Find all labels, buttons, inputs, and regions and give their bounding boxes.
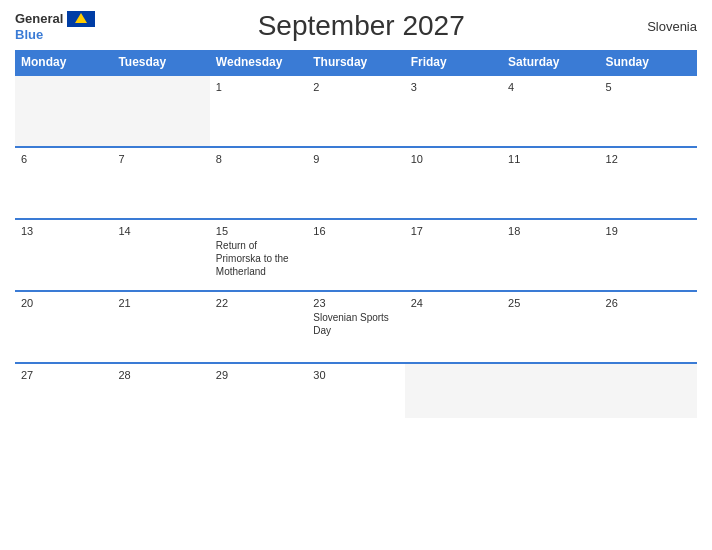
- day-number: 14: [118, 225, 203, 237]
- event-text: Slovenian Sports Day: [313, 312, 389, 336]
- calendar-cell: 1: [210, 75, 307, 147]
- day-number: 26: [606, 297, 691, 309]
- day-number: 19: [606, 225, 691, 237]
- calendar-cell: 4: [502, 75, 599, 147]
- calendar-cell: 5: [600, 75, 697, 147]
- calendar-cell: 7: [112, 147, 209, 219]
- day-number: 30: [313, 369, 398, 381]
- header-sunday: Sunday: [600, 50, 697, 75]
- calendar-cell: 27: [15, 363, 112, 418]
- header-thursday: Thursday: [307, 50, 404, 75]
- calendar-cell: 17: [405, 219, 502, 291]
- header: General Blue September 2027 Slovenia: [15, 10, 697, 42]
- day-number: 13: [21, 225, 106, 237]
- day-number: 21: [118, 297, 203, 309]
- day-number: 17: [411, 225, 496, 237]
- calendar-cell: 2: [307, 75, 404, 147]
- calendar-cell: [502, 363, 599, 418]
- calendar-week-row: 27282930: [15, 363, 697, 418]
- day-number: 11: [508, 153, 593, 165]
- calendar-cell: 12: [600, 147, 697, 219]
- day-number: 1: [216, 81, 301, 93]
- calendar-cell: [112, 75, 209, 147]
- calendar-week-row: 131415Return of Primorska to the Motherl…: [15, 219, 697, 291]
- day-number: 25: [508, 297, 593, 309]
- day-number: 7: [118, 153, 203, 165]
- calendar-cell: 15Return of Primorska to the Motherland: [210, 219, 307, 291]
- logo-blue-text: Blue: [15, 27, 43, 42]
- day-number: 22: [216, 297, 301, 309]
- calendar-cell: 23Slovenian Sports Day: [307, 291, 404, 363]
- calendar-week-row: 12345: [15, 75, 697, 147]
- calendar-cell: 16: [307, 219, 404, 291]
- day-number: 4: [508, 81, 593, 93]
- calendar-title: September 2027: [95, 10, 627, 42]
- day-number: 18: [508, 225, 593, 237]
- calendar-cell: [405, 363, 502, 418]
- calendar-cell: 14: [112, 219, 209, 291]
- calendar-cell: 26: [600, 291, 697, 363]
- calendar-cell: 8: [210, 147, 307, 219]
- calendar-cell: 22: [210, 291, 307, 363]
- day-number: 12: [606, 153, 691, 165]
- logo-general-text: General: [15, 11, 63, 26]
- day-number: 8: [216, 153, 301, 165]
- calendar-cell: 11: [502, 147, 599, 219]
- day-number: 3: [411, 81, 496, 93]
- day-number: 24: [411, 297, 496, 309]
- day-number: 9: [313, 153, 398, 165]
- day-number: 10: [411, 153, 496, 165]
- calendar-cell: 9: [307, 147, 404, 219]
- event-text: Return of Primorska to the Motherland: [216, 240, 289, 277]
- day-number: 20: [21, 297, 106, 309]
- header-tuesday: Tuesday: [112, 50, 209, 75]
- day-number: 15: [216, 225, 301, 237]
- calendar-cell: 6: [15, 147, 112, 219]
- header-wednesday: Wednesday: [210, 50, 307, 75]
- calendar-cell: 13: [15, 219, 112, 291]
- page: General Blue September 2027 Slovenia Mon…: [0, 0, 712, 550]
- day-number: 29: [216, 369, 301, 381]
- header-saturday: Saturday: [502, 50, 599, 75]
- day-number: 16: [313, 225, 398, 237]
- calendar-cell: 21: [112, 291, 209, 363]
- calendar-cell: 29: [210, 363, 307, 418]
- calendar-cell: 28: [112, 363, 209, 418]
- header-monday: Monday: [15, 50, 112, 75]
- calendar-cell: 20: [15, 291, 112, 363]
- header-friday: Friday: [405, 50, 502, 75]
- day-number: 5: [606, 81, 691, 93]
- calendar-week-row: 20212223Slovenian Sports Day242526: [15, 291, 697, 363]
- day-number: 2: [313, 81, 398, 93]
- calendar-cell: [600, 363, 697, 418]
- calendar-cell: 19: [600, 219, 697, 291]
- calendar-cell: 30: [307, 363, 404, 418]
- logo: General Blue: [15, 11, 95, 42]
- calendar-cell: 10: [405, 147, 502, 219]
- logo-flag-icon: [67, 11, 95, 27]
- day-number: 28: [118, 369, 203, 381]
- calendar-table: Monday Tuesday Wednesday Thursday Friday…: [15, 50, 697, 418]
- day-number: 6: [21, 153, 106, 165]
- calendar-week-row: 6789101112: [15, 147, 697, 219]
- calendar-cell: 18: [502, 219, 599, 291]
- weekday-header-row: Monday Tuesday Wednesday Thursday Friday…: [15, 50, 697, 75]
- calendar-cell: 3: [405, 75, 502, 147]
- country-label: Slovenia: [627, 19, 697, 34]
- calendar-cell: 24: [405, 291, 502, 363]
- calendar-cell: [15, 75, 112, 147]
- calendar-cell: 25: [502, 291, 599, 363]
- day-number: 23: [313, 297, 398, 309]
- day-number: 27: [21, 369, 106, 381]
